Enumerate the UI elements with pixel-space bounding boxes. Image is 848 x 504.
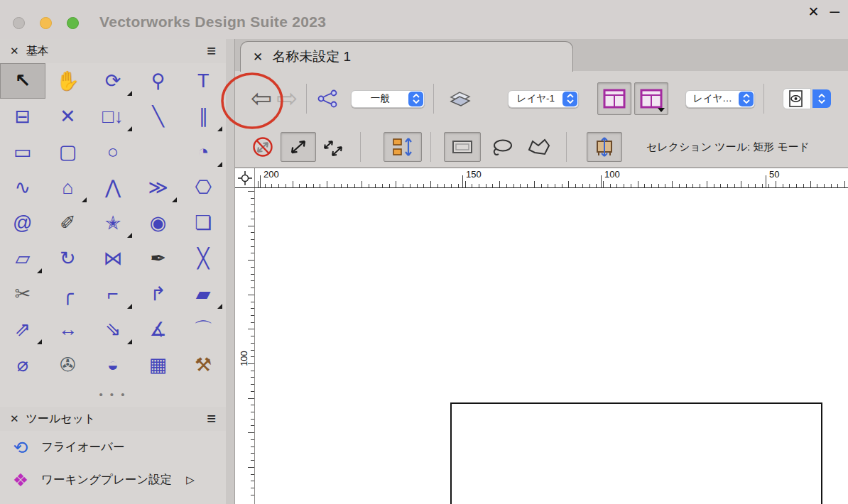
chamfer-tool[interactable]: ⌐ <box>90 276 136 312</box>
ruler-tick <box>248 432 254 433</box>
previous-viewport-button[interactable] <box>597 82 631 115</box>
cross-tool[interactable]: ✕ <box>45 99 91 134</box>
basic-palette-menu-icon[interactable]: ≡ <box>207 44 216 58</box>
double-line-tool[interactable]: ∥ <box>180 99 226 134</box>
plate-tool[interactable]: ▦ <box>136 347 181 383</box>
knife-tool[interactable]: ✒ <box>136 241 181 276</box>
caret-down-icon <box>658 108 665 112</box>
visibility-dropdown[interactable] <box>783 88 831 109</box>
freehand-tool[interactable]: ∿ <box>0 170 45 205</box>
class-dropdown[interactable]: レイヤ… <box>685 90 755 108</box>
reshape-tool[interactable]: ▱ <box>0 241 45 276</box>
extrude-tool[interactable]: □↓ <box>90 99 136 134</box>
eyedropper-tool[interactable]: ✐ <box>45 205 91 241</box>
text-tool[interactable]: T <box>180 63 226 99</box>
ruler-tick <box>248 398 254 399</box>
toolset-item-flyover[interactable]: ⟲フライオーバー <box>0 431 226 464</box>
polygon-tool[interactable]: ⌂ <box>45 170 91 205</box>
arc-dimension-tool-icon: ⌒ <box>194 320 213 339</box>
palette-resize-handle[interactable]: • • • <box>0 383 226 407</box>
expander-triangle-icon[interactable]: ▷ <box>186 473 195 486</box>
window-close-icon[interactable]: ✕ <box>808 4 820 21</box>
ruler-tick <box>423 184 424 187</box>
viewport-window-icon <box>602 88 626 109</box>
offset-tool[interactable]: ↱ <box>136 276 181 312</box>
traffic-light-close[interactable] <box>13 17 25 29</box>
tab-close-icon[interactable]: ✕ <box>253 50 263 65</box>
hammer-tool[interactable]: ⚒ <box>180 347 226 383</box>
constrained-dimension-tool[interactable]: ↔ <box>45 312 91 347</box>
rectangle-marquee-mode-button[interactable] <box>444 132 481 162</box>
traffic-light-minimize[interactable] <box>40 17 52 29</box>
vertical-ruler[interactable]: 100 <box>235 188 255 504</box>
angular-dimension-tool[interactable]: ∡ <box>136 312 181 347</box>
oval-tool[interactable]: ○ <box>90 134 136 170</box>
ruler-tick <box>251 287 254 288</box>
resize-tool-icon: ⇗ <box>14 320 31 339</box>
tape-measure-tool[interactable]: ✇ <box>45 347 91 383</box>
double-polygon-tool[interactable]: ≫ <box>136 170 181 205</box>
pan-tool[interactable]: ✋ <box>45 63 91 99</box>
ruler-origin[interactable] <box>235 168 255 187</box>
resize-tool[interactable]: ⇗ <box>0 312 45 347</box>
toolsets-palette-menu-icon[interactable]: ≡ <box>207 412 216 426</box>
trim-tool[interactable]: ✂ <box>0 276 45 312</box>
horizontal-ruler[interactable]: 20015010050 <box>255 168 848 187</box>
chevron-updown-icon[interactable] <box>812 89 831 108</box>
layers-button[interactable] <box>447 89 474 109</box>
basic-palette-close-icon[interactable]: ✕ <box>10 45 19 57</box>
interactive-scaling-single-mode-button[interactable] <box>281 132 316 162</box>
diameter-dimension-tool-icon: ⌀ <box>17 356 28 375</box>
toolsets-palette-close-icon[interactable]: ✕ <box>10 412 19 425</box>
forward-button[interactable]: ⇨ <box>276 86 298 111</box>
lasso-marquee-mode-button[interactable] <box>484 132 521 162</box>
zoom-tool[interactable]: ⚲ <box>136 63 181 99</box>
ruler-tick <box>251 371 254 371</box>
drawing-canvas[interactable] <box>255 188 848 504</box>
ruler-tick <box>251 246 254 247</box>
saved-views-button[interactable] <box>315 89 341 108</box>
zoom-tool-icon: ⚲ <box>151 72 165 91</box>
back-button[interactable]: ⇦ <box>251 86 272 111</box>
class-dropdown-value: レイヤ… <box>686 92 739 105</box>
polygon-marquee-mode-button[interactable] <box>521 132 558 162</box>
flyover-tool[interactable]: ⟳ <box>90 63 136 99</box>
fixed-point-resize-mode-button[interactable] <box>384 132 422 162</box>
regular-polygon-tool[interactable]: ⎔ <box>180 170 226 205</box>
interactive-scaling-disabled-mode-button[interactable] <box>245 132 281 162</box>
arc-dimension-tool[interactable]: ⌒ <box>180 312 226 347</box>
fillet-tool[interactable]: ╭ <box>45 276 91 312</box>
line-tool[interactable]: ╲ <box>136 99 181 134</box>
cross-join-tool[interactable]: ╳ <box>180 241 226 276</box>
eraser-tool[interactable]: ▰ <box>180 276 226 312</box>
selection-tool[interactable]: ↖ <box>0 63 45 99</box>
window-minimize-icon[interactable]: ─ <box>830 4 839 21</box>
polyline-tool[interactable]: ⋀ <box>90 170 136 205</box>
magic-wand-tool[interactable]: ✭ <box>90 205 136 241</box>
traffic-light-zoom[interactable] <box>67 17 79 29</box>
next-viewport-button[interactable] <box>634 82 668 115</box>
mirror-tool[interactable]: ⋈ <box>90 241 136 276</box>
ruler-tick <box>568 181 569 187</box>
document-tab[interactable]: ✕ 名称未設定 1 <box>240 41 573 72</box>
rounded-rectangle-tool[interactable]: ▢ <box>45 134 91 170</box>
view-dropdown[interactable]: 一般 <box>351 90 425 108</box>
interactive-scaling-multiple-mode-button[interactable] <box>316 132 352 162</box>
arc-tool[interactable]: ◔ <box>180 134 226 170</box>
toolset-item-working-plane[interactable]: ❖ワーキングプレーン設定▷ <box>0 464 226 496</box>
rectangle-tool[interactable]: ▭ <box>0 134 45 170</box>
visibility-tool[interactable]: ◉ <box>136 205 181 241</box>
object-resize-mode-button[interactable] <box>587 132 622 162</box>
protractor-tool[interactable]: ◒ <box>90 347 136 383</box>
drawn-rectangle[interactable] <box>450 402 822 504</box>
visibility-button[interactable] <box>783 88 811 109</box>
unconstrained-dimension-tool[interactable]: ⇘ <box>90 312 136 347</box>
diameter-dimension-tool[interactable]: ⌀ <box>0 347 45 383</box>
spiral-tool[interactable]: @ <box>0 205 45 241</box>
empty-tool-slot <box>136 134 181 170</box>
select-similar-tool[interactable]: ❏ <box>180 205 226 241</box>
rotate-tool[interactable]: ↻ <box>45 241 91 276</box>
callout-tool[interactable]: ⊟ <box>0 99 45 134</box>
layer-dropdown[interactable]: レイヤ-1 <box>508 90 579 108</box>
ruler-tick <box>575 184 576 187</box>
